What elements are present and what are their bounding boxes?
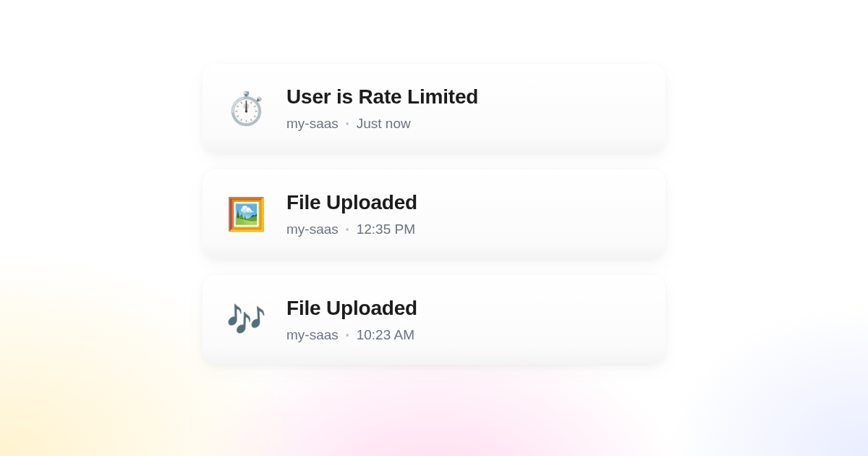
notification-meta: my-saas • Just now (286, 116, 478, 132)
notification-body: User is Rate Limited my-saas • Just now (286, 85, 478, 132)
notification-body: File Uploaded my-saas • 12:35 PM (286, 191, 417, 237)
music-notes-icon: 🎶 (227, 301, 265, 339)
notification-source: my-saas (286, 327, 339, 343)
notification-source: my-saas (286, 116, 339, 132)
meta-separator-icon: • (346, 329, 349, 341)
notification-card[interactable]: 🎶 File Uploaded my-saas • 10:23 AM (203, 275, 665, 365)
notification-title: File Uploaded (286, 191, 417, 214)
notification-meta: my-saas • 12:35 PM (286, 221, 417, 237)
notification-feed: ⏱️ User is Rate Limited my-saas • Just n… (203, 64, 665, 365)
notification-card[interactable]: 🖼️ File Uploaded my-saas • 12:35 PM (203, 169, 665, 259)
notification-time: 12:35 PM (357, 221, 415, 237)
meta-separator-icon: • (346, 224, 349, 235)
notification-body: File Uploaded my-saas • 10:23 AM (286, 297, 417, 343)
stopwatch-icon: ⏱️ (227, 90, 265, 127)
picture-icon: 🖼️ (227, 195, 265, 233)
notification-title: File Uploaded (286, 297, 417, 320)
notification-time: 10:23 AM (357, 327, 414, 343)
meta-separator-icon: • (346, 118, 349, 130)
notification-title: User is Rate Limited (286, 85, 478, 109)
notification-time: Just now (357, 116, 411, 132)
notification-meta: my-saas • 10:23 AM (286, 327, 417, 343)
notification-card[interactable]: ⏱️ User is Rate Limited my-saas • Just n… (203, 64, 665, 153)
notification-source: my-saas (286, 221, 339, 237)
